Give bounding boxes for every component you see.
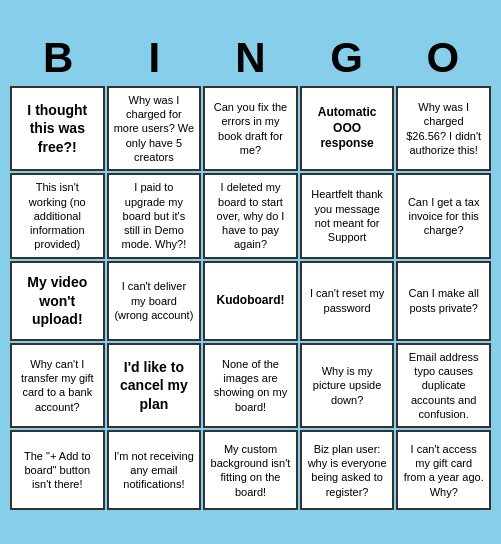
bingo-container: B I N G O I thought this was free?!Why w…: [0, 24, 501, 520]
bingo-cell-19[interactable]: Email address typo causes duplicate acco…: [396, 343, 491, 428]
bingo-cell-11[interactable]: I can't deliver my board (wrong account): [107, 261, 202, 341]
bingo-cell-16[interactable]: I'd like to cancel my plan: [107, 343, 202, 428]
bingo-cell-12[interactable]: Kudoboard!: [203, 261, 298, 341]
letter-g: G: [302, 34, 392, 82]
letter-o: O: [398, 34, 488, 82]
bingo-cell-21[interactable]: I'm not receiving any email notification…: [107, 430, 202, 510]
bingo-cell-10[interactable]: My video won't upload!: [10, 261, 105, 341]
bingo-cell-3[interactable]: Automatic OOO response: [300, 86, 395, 171]
bingo-cell-20[interactable]: The "+ Add to board" button isn't there!: [10, 430, 105, 510]
bingo-cell-6[interactable]: I paid to upgrade my board but it's stil…: [107, 173, 202, 258]
bingo-header: B I N G O: [10, 34, 491, 82]
bingo-cell-9[interactable]: Can I get a tax invoice for this charge?: [396, 173, 491, 258]
letter-b: B: [13, 34, 103, 82]
bingo-cell-14[interactable]: Can I make all posts private?: [396, 261, 491, 341]
letter-n: N: [205, 34, 295, 82]
bingo-grid: I thought this was free?!Why was I charg…: [10, 86, 491, 510]
bingo-cell-0[interactable]: I thought this was free?!: [10, 86, 105, 171]
bingo-cell-23[interactable]: Biz plan user: why is everyone being ask…: [300, 430, 395, 510]
bingo-cell-18[interactable]: Why is my picture upside down?: [300, 343, 395, 428]
bingo-cell-1[interactable]: Why was I charged for more users? We onl…: [107, 86, 202, 171]
bingo-cell-22[interactable]: My custom background isn't fitting on th…: [203, 430, 298, 510]
bingo-cell-2[interactable]: Can you fix the errors in my book draft …: [203, 86, 298, 171]
bingo-cell-8[interactable]: Heartfelt thank you message not meant fo…: [300, 173, 395, 258]
bingo-cell-15[interactable]: Why can't I transfer my gift card to a b…: [10, 343, 105, 428]
bingo-cell-5[interactable]: This isn't working (no additional inform…: [10, 173, 105, 258]
bingo-cell-13[interactable]: I can't reset my password: [300, 261, 395, 341]
bingo-cell-4[interactable]: Why was I charged $26.56? I didn't autho…: [396, 86, 491, 171]
bingo-cell-7[interactable]: I deleted my board to start over, why do…: [203, 173, 298, 258]
letter-i: I: [109, 34, 199, 82]
bingo-cell-24[interactable]: I can't access my gift card from a year …: [396, 430, 491, 510]
bingo-cell-17[interactable]: None of the images are showing on my boa…: [203, 343, 298, 428]
